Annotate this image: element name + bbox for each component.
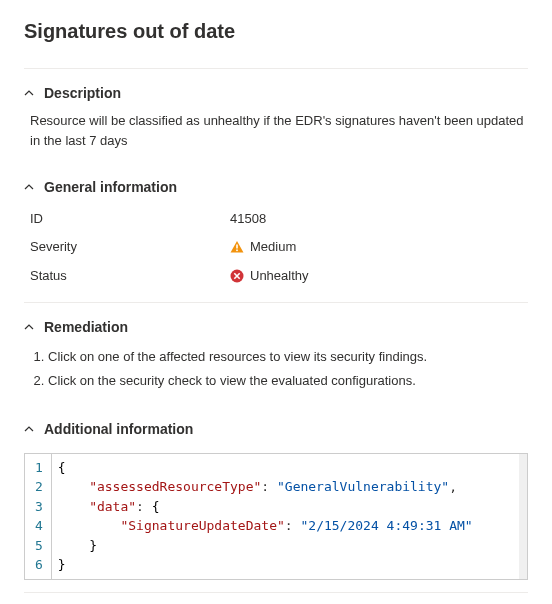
scrollbar-vertical[interactable] <box>519 454 527 579</box>
section-title: General information <box>44 179 177 195</box>
error-icon <box>230 269 244 283</box>
section-additional: Additional information 1 2 3 4 5 6 { "as… <box>24 405 528 592</box>
code-block: 1 2 3 4 5 6 { "assessedResourceType": "G… <box>24 453 528 580</box>
section-title: Additional information <box>44 421 193 437</box>
close-button[interactable] <box>520 20 528 44</box>
chevron-up-icon <box>24 424 34 434</box>
svg-rect-0 <box>236 245 238 249</box>
divider <box>24 592 528 593</box>
description-text: Resource will be classified as unhealthy… <box>24 111 528 151</box>
section-toggle-description[interactable]: Description <box>24 81 528 111</box>
info-label: Severity <box>30 237 230 257</box>
code-content[interactable]: { "assessedResourceType": "GeneralVulner… <box>52 454 527 579</box>
section-description: Description Resource will be classified … <box>24 69 528 163</box>
severity-value: Medium <box>250 237 296 257</box>
remediation-steps: Click on one of the affected resources t… <box>30 345 528 393</box>
chevron-up-icon <box>24 182 34 192</box>
info-value: 41508 <box>230 209 266 229</box>
panel-header: Signatures out of date <box>24 20 528 44</box>
info-row-status: Status Unhealthy <box>30 262 528 290</box>
section-title: Description <box>44 85 121 101</box>
chevron-up-icon <box>24 88 34 98</box>
section-title: Remediation <box>44 319 128 335</box>
section-toggle-general[interactable]: General information <box>24 175 528 205</box>
section-remediation: Remediation Click on one of the affected… <box>24 303 528 405</box>
info-label: ID <box>30 209 230 229</box>
section-general: General information ID 41508 Severity Me… <box>24 163 528 301</box>
line-numbers: 1 2 3 4 5 6 <box>25 454 52 579</box>
svg-rect-1 <box>236 250 238 252</box>
section-toggle-additional[interactable]: Additional information <box>24 417 528 447</box>
info-row-id: ID 41508 <box>30 205 528 233</box>
chevron-up-icon <box>24 322 34 332</box>
list-item: Click on the security check to view the … <box>48 369 528 393</box>
info-row-severity: Severity Medium <box>30 233 528 261</box>
page-title: Signatures out of date <box>24 20 235 43</box>
list-item: Click on one of the affected resources t… <box>48 345 528 369</box>
warning-icon <box>230 240 244 254</box>
status-value: Unhealthy <box>250 266 309 286</box>
info-label: Status <box>30 266 230 286</box>
section-toggle-remediation[interactable]: Remediation <box>24 315 528 345</box>
